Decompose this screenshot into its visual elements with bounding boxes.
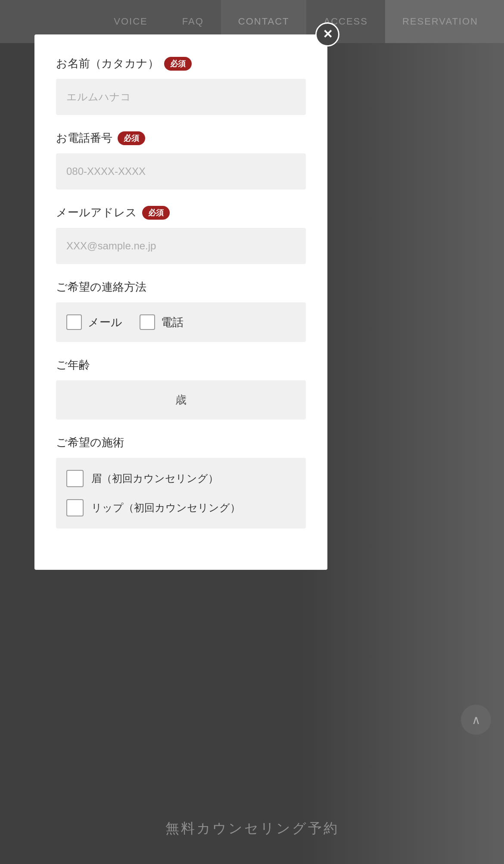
treatment-lip-label: リップ（初回カウンセリング） [91,501,240,515]
contact-method-label: ご希望の連絡方法 [56,280,306,295]
phone-field-group: お電話番号 必須 [56,131,306,190]
phone-field-label: お電話番号 必須 [56,131,306,146]
treatment-eyebrow-checkbox[interactable] [66,470,84,487]
email-field-group: メールアドレス 必須 [56,205,306,264]
age-field-label: ご年齢 [56,357,306,373]
name-required-badge: 必須 [164,57,192,71]
age-field-group: ご年齢 歳 [56,357,306,420]
treatment-field-group: ご希望の施術 眉（初回カウンセリング） リップ（初回カウンセリング） [56,435,306,528]
name-field-label: お名前（カタカナ） 必須 [56,56,306,71]
name-input[interactable] [56,79,306,115]
email-field-label: メールアドレス 必須 [56,205,306,220]
name-field-group: お名前（カタカナ） 必須 [56,56,306,115]
treatment-lip-checkbox[interactable] [66,499,84,516]
reservation-modal: ✕ お名前（カタカナ） 必須 お電話番号 必須 メールアドレス 必須 ご希望の連… [34,34,327,570]
close-icon: ✕ [323,28,333,40]
contact-method-options: メール 電話 [56,302,306,342]
contact-method-phone-checkbox[interactable] [140,314,155,330]
contact-method-phone-option[interactable]: 電話 [140,314,184,330]
treatment-options: 眉（初回カウンセリング） リップ（初回カウンセリング） [56,458,306,528]
treatment-eyebrow-label: 眉（初回カウンセリング） [91,472,218,485]
treatment-field-label: ご希望の施術 [56,435,306,450]
modal-close-button[interactable]: ✕ [315,22,339,47]
email-input[interactable] [56,228,306,264]
contact-method-mail-option[interactable]: メール [66,314,122,330]
contact-method-mail-checkbox[interactable] [66,314,82,330]
email-required-badge: 必須 [142,206,170,220]
contact-method-phone-label: 電話 [161,315,184,330]
treatment-lip-option[interactable]: リップ（初回カウンセリング） [66,499,296,516]
treatment-eyebrow-option[interactable]: 眉（初回カウンセリング） [66,470,296,487]
age-display[interactable]: 歳 [56,380,306,420]
contact-method-mail-label: メール [88,315,122,330]
phone-input[interactable] [56,153,306,190]
phone-required-badge: 必須 [118,131,145,145]
contact-method-field-group: ご希望の連絡方法 メール 電話 [56,280,306,342]
